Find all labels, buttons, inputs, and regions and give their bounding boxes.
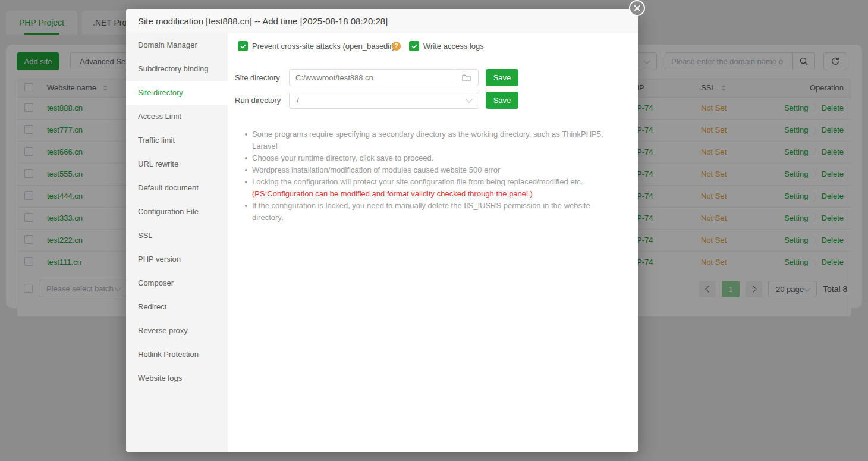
notes-list: Some programs require specifying a secon… [245,128,620,224]
note-item: Locking the configuration will protect y… [245,176,620,200]
sidebar-item-hotlink-protection[interactable]: Hotlink Protection [126,343,228,366]
close-icon[interactable] [629,0,645,16]
sidebar-item-default-document[interactable]: Default document [126,176,228,200]
sidebar-item-domain-manager[interactable]: Domain Manager [126,33,228,57]
note-warning-red: (PS:Configuration can be modified and fo… [252,188,620,200]
check-icon [240,43,247,50]
sidebar-item-php-version[interactable]: PHP version [126,247,228,271]
sidebar-item-reverse-proxy[interactable]: Reverse proxy [126,319,228,343]
folder-icon [461,73,471,83]
note-item: Choose your runtime directory, click sav… [245,152,620,164]
open-basedir-checkbox[interactable] [238,41,248,51]
sidebar-item-url-rewrite[interactable]: URL rewrite [126,152,228,176]
sidebar-item-website-logs[interactable]: Website logs [126,366,228,390]
site-directory-group [289,69,479,86]
sidebar-item-access-limit[interactable]: Access Limit [126,105,228,128]
dialog-content: Prevent cross-site attacks (open_basedir… [228,33,638,452]
run-directory-select[interactable]: / [289,92,479,109]
sidebar-item-configuration-file[interactable]: Configuration File [126,200,228,224]
chevron-down-icon [466,96,472,102]
dialog-title: Site modification [test888.cn] -- Add ti… [126,9,638,33]
run-directory-save-button[interactable]: Save [486,92,518,109]
note-item: Some programs require specifying a secon… [245,128,620,152]
folder-button[interactable] [454,70,478,86]
run-directory-label: Run directory [235,92,281,109]
sidebar-item-traffic-limit[interactable]: Traffic limit [126,128,228,152]
sidebar-item-site-directory[interactable]: Site directory [126,81,228,105]
note-item: If the configuration is locked, you need… [245,200,620,224]
site-directory-input[interactable] [290,70,454,86]
help-icon[interactable]: ? [392,42,401,51]
write-logs-label: Write access logs [423,41,484,51]
site-directory-label: Site directory [235,69,280,86]
dialog-sidebar: Domain ManagerSubdirectory bindingSite d… [126,33,228,452]
site-modification-dialog: Site modification [test888.cn] -- Add ti… [126,9,638,452]
sidebar-item-ssl[interactable]: SSL [126,224,228,247]
site-directory-save-button[interactable]: Save [486,69,518,86]
check-icon [411,43,418,50]
sidebar-item-redirect[interactable]: Redirect [126,295,228,319]
run-directory-value: / [297,96,299,105]
open-basedir-label: Prevent cross-site attacks (open_basedir… [252,41,395,51]
note-item: Wordpress installation/modification of m… [245,164,620,176]
write-logs-checkbox[interactable] [409,41,419,51]
sidebar-item-composer[interactable]: Composer [126,271,228,295]
sidebar-item-subdirectory-binding[interactable]: Subdirectory binding [126,57,228,81]
